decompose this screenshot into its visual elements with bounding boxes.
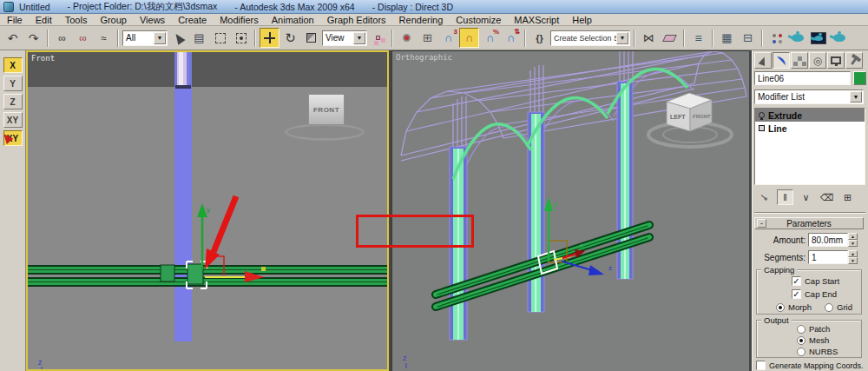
segments-input[interactable]: 1 [808, 250, 848, 264]
menu-views[interactable]: Views [140, 15, 165, 25]
cap-start-checkbox[interactable]: ✓ [792, 276, 801, 286]
viewcube-front[interactable]: FRONT [308, 94, 345, 125]
pin-stack-button[interactable]: ⊸ [753, 186, 775, 209]
column-object[interactable] [174, 52, 192, 341]
select-and-rotate-button[interactable]: ↻ [280, 28, 300, 48]
rendered-frame-window-button[interactable] [808, 28, 828, 48]
spinner-up-icon[interactable]: ▲ [848, 233, 858, 240]
angle-snap-toggle-button[interactable]: ∩ [459, 28, 479, 48]
restrict-to-x-button[interactable]: X [3, 57, 23, 73]
mirror-button[interactable]: ⋈ [639, 28, 659, 48]
material-editor-button[interactable] [766, 28, 786, 48]
rectangular-selection-region-button[interactable] [210, 28, 230, 48]
menu-edit[interactable]: Edit [36, 15, 52, 25]
amount-input[interactable]: 80.0mm [808, 233, 848, 247]
percent-snap-toggle-button[interactable]: ∩% [480, 28, 500, 48]
select-and-link-button[interactable]: ∞ [52, 28, 72, 48]
menu-group[interactable]: Group [100, 15, 127, 25]
viewport-orthographic[interactable]: Orthographic [391, 50, 749, 371]
manipulator-icon [403, 34, 411, 42]
schematic-view-button[interactable]: ⊟ [738, 28, 758, 48]
select-object-button[interactable] [168, 28, 188, 48]
spinner-down-icon[interactable]: ▼ [848, 257, 858, 264]
viewport-label-orthographic[interactable]: Orthographic [396, 53, 452, 62]
spinner-up-icon[interactable]: ▲ [848, 250, 858, 257]
menu-file[interactable]: File [7, 15, 23, 25]
configure-modifier-sets-button[interactable]: ⊞ [839, 189, 856, 205]
restrict-to-xy-plane-button[interactable]: XY [3, 112, 23, 128]
chevron-down-icon[interactable]: ▼ [850, 91, 862, 103]
chevron-down-icon[interactable]: ▼ [616, 32, 628, 44]
window-crossing-toggle[interactable] [231, 28, 251, 48]
named-selection-set-dropdown[interactable]: Create Selection Set ▼ [550, 30, 630, 46]
tab-utilities[interactable] [845, 52, 863, 69]
grid-radio[interactable] [825, 303, 833, 312]
reference-coordinate-system-dropdown[interactable]: View ▼ [322, 30, 367, 46]
menu-customize[interactable]: Customize [456, 15, 501, 25]
bind-to-space-warp-button[interactable]: ≈ [94, 28, 114, 48]
layer-manager-button[interactable]: ≡ [688, 28, 708, 48]
curve-editor-button[interactable]: ▦ [717, 28, 737, 48]
viewport-label-front[interactable]: Front [31, 54, 55, 63]
restrict-to-plane-flyout-button[interactable]: XY [3, 130, 23, 146]
menu-animation[interactable]: Animation [272, 15, 314, 25]
stack-item-line[interactable]: Line [755, 122, 865, 135]
select-and-manipulate-button[interactable] [397, 28, 417, 48]
viewcube-front-label[interactable]: FRONT [693, 114, 711, 119]
make-unique-button[interactable]: ∨ [798, 189, 814, 205]
quick-render-button[interactable] [829, 28, 849, 48]
tab-modify[interactable] [773, 52, 790, 69]
tab-motion[interactable]: ◎ [809, 52, 826, 69]
menu-rendering[interactable]: Rendering [399, 15, 444, 25]
menu-maxscript[interactable]: MAXScript [514, 15, 559, 25]
morph-radio[interactable] [776, 303, 785, 312]
nurbs-radio[interactable] [797, 348, 806, 356]
mesh-radio[interactable] [797, 336, 806, 345]
viewport-front[interactable]: Front [26, 50, 389, 371]
menu-modifiers[interactable]: Modifiers [220, 15, 259, 25]
amount-spinner[interactable]: ▲▼ [848, 233, 858, 247]
rollout-collapse-button[interactable]: - [757, 219, 766, 228]
chevron-down-icon[interactable]: ▼ [154, 32, 166, 44]
remove-modifier-button[interactable]: ⌫ [819, 189, 835, 205]
spinner-snap-toggle-button[interactable]: ∩⇅ [501, 28, 521, 48]
menu-graph-editors[interactable]: Graph Editors [327, 15, 386, 25]
select-and-scale-button[interactable] [301, 28, 321, 48]
tab-hierarchy[interactable] [791, 52, 808, 69]
spinner-down-icon[interactable]: ▼ [848, 240, 858, 247]
viewcube-ring[interactable] [285, 123, 365, 141]
segments-spinner[interactable]: ▲▼ [848, 250, 858, 264]
render-setup-button[interactable] [787, 28, 807, 48]
use-pivot-point-center-button[interactable] [368, 28, 388, 48]
restrict-to-z-button[interactable]: Z [3, 94, 23, 109]
undo-button[interactable]: ↶ [3, 28, 23, 48]
modifier-enabled-icon[interactable] [759, 112, 765, 118]
morph-radio-row: Morph [776, 302, 812, 312]
keyboard-shortcut-override-button[interactable]: ⊞ [418, 28, 437, 48]
tab-display[interactable] [827, 52, 845, 69]
object-color-swatch[interactable] [853, 71, 866, 85]
patch-radio[interactable] [797, 325, 806, 334]
menu-create[interactable]: Create [178, 15, 207, 25]
parameters-rollout-header[interactable]: - Parameters [754, 217, 864, 229]
viewcube-left-label[interactable]: LEFT [670, 114, 686, 120]
stack-item-extrude[interactable]: Extrude [755, 109, 865, 122]
tab-create[interactable] [754, 52, 772, 69]
align-button[interactable] [660, 28, 680, 48]
cap-end-checkbox[interactable]: ✓ [792, 289, 801, 299]
selection-filter-dropdown[interactable]: All ▼ [122, 30, 168, 46]
chevron-down-icon[interactable]: ▼ [353, 32, 365, 44]
menu-tools[interactable]: Tools [65, 15, 88, 25]
menu-help[interactable]: Help [572, 15, 592, 25]
object-name-field[interactable]: Line06 [754, 71, 851, 85]
edit-named-selection-sets-button[interactable]: {} [529, 28, 549, 48]
snap-toggle-3d-button[interactable]: ∩3 [438, 28, 458, 48]
restrict-to-y-button[interactable]: Y [3, 76, 23, 91]
redo-button[interactable]: ↷ [23, 28, 43, 48]
select-and-move-button[interactable] [260, 28, 279, 48]
generate-mapping-checkbox[interactable] [756, 361, 766, 370]
unlink-selection-button[interactable]: ∞ [73, 28, 93, 48]
select-by-name-button[interactable]: ▤ [189, 28, 209, 48]
modifier-list-dropdown[interactable]: Modifier List ▼ [754, 89, 864, 104]
show-end-result-button[interactable]: ‖ [777, 189, 793, 205]
